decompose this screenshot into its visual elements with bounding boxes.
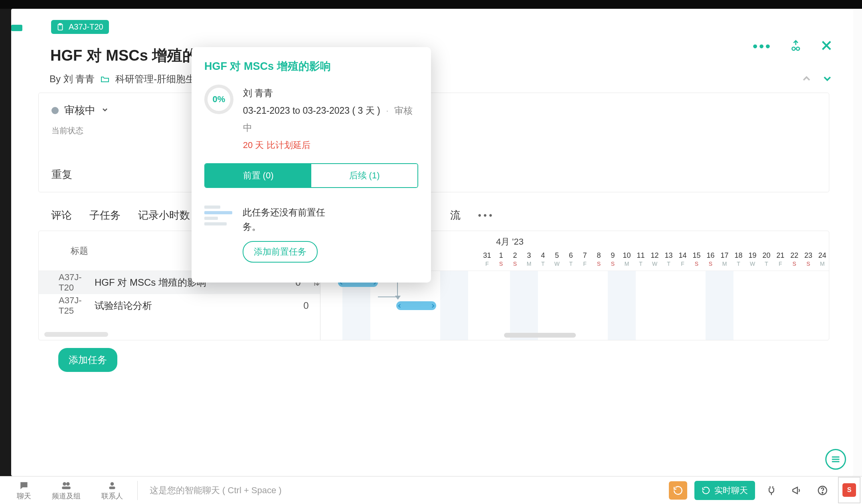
os-top-bar bbox=[0, 0, 862, 9]
svg-point-9 bbox=[66, 482, 70, 486]
tab-subtasks[interactable]: 子任务 bbox=[89, 208, 121, 222]
day-column: 21F bbox=[773, 248, 787, 271]
day-column: 15S bbox=[690, 248, 704, 271]
day-column: 13T bbox=[662, 248, 676, 271]
day-column: 24M bbox=[815, 248, 829, 271]
clipboard-icon bbox=[56, 23, 65, 32]
day-column: 6T bbox=[564, 248, 578, 271]
day-column: 5W bbox=[550, 248, 564, 271]
task-id-badge[interactable]: A37J-T20 bbox=[51, 20, 109, 34]
header-actions: ••• bbox=[753, 38, 833, 54]
add-task-button[interactable]: 添加任务 bbox=[58, 348, 117, 372]
day-column: 10M bbox=[620, 248, 634, 271]
bottom-tab-label: 频道及组 bbox=[52, 491, 81, 501]
person-icon bbox=[107, 480, 117, 491]
svg-point-4 bbox=[796, 47, 799, 50]
chevron-down-icon bbox=[101, 106, 109, 115]
tabs-more-icon[interactable]: ••• bbox=[478, 210, 494, 221]
row-title: 试验结论分析 bbox=[95, 299, 292, 312]
fab-menu-button[interactable] bbox=[825, 449, 846, 470]
bottom-tab-chat[interactable]: 聊天 bbox=[17, 480, 31, 501]
day-column: 4T bbox=[536, 248, 550, 271]
segment-successor[interactable]: 后续 (1) bbox=[311, 164, 417, 187]
bottom-tab-contacts[interactable]: 联系人 bbox=[101, 480, 123, 501]
tab-hours[interactable]: 记录小时数 bbox=[138, 208, 190, 222]
date-text: 03-21-2023 to 03-23-2023 ( 3 天 ) bbox=[243, 105, 380, 116]
day-column: 23S bbox=[801, 248, 815, 271]
input-placeholder: 这是您的智能聊天 ( Ctrl + Space ) bbox=[150, 484, 282, 496]
empty-state-icon bbox=[204, 206, 232, 228]
detail-tabs: 评论 子任务 记录小时数 流 ••• bbox=[51, 208, 190, 222]
status-sublabel: 当前状态 bbox=[51, 125, 816, 136]
bottom-tab-channels[interactable]: 频道及组 bbox=[52, 480, 81, 501]
popover-title: HGF 对 MSCs 增殖的影响 bbox=[204, 59, 418, 73]
status-dropdown[interactable]: 审核中 bbox=[51, 103, 816, 117]
tab-comments[interactable]: 评论 bbox=[51, 208, 72, 222]
panel-handle[interactable] bbox=[11, 25, 22, 31]
repeat-label[interactable]: 重复 bbox=[51, 168, 72, 182]
nav-arrows bbox=[801, 73, 833, 86]
day-column: 12W bbox=[648, 248, 662, 271]
day-column: 20T bbox=[759, 248, 773, 271]
svg-rect-10 bbox=[62, 486, 71, 489]
horizontal-scrollbar[interactable] bbox=[44, 332, 108, 337]
status-dot-icon bbox=[51, 107, 59, 114]
day-column: 1S bbox=[494, 248, 508, 271]
segment-predecessor[interactable]: 前置 (0) bbox=[205, 164, 311, 187]
horizontal-scrollbar[interactable] bbox=[504, 333, 576, 338]
status-label: 审核中 bbox=[64, 103, 95, 117]
day-column: 2S bbox=[508, 248, 522, 271]
bottom-tab-label: 聊天 bbox=[17, 491, 31, 501]
help-icon[interactable] bbox=[813, 481, 832, 500]
bottom-bar: 聊天 频道及组 联系人 这是您的智能聊天 ( Ctrl + Space ) 实时… bbox=[0, 476, 862, 504]
row-count: 0 bbox=[292, 300, 320, 311]
day-column: 14F bbox=[676, 248, 690, 271]
smart-chat-input[interactable]: 这是您的智能聊天 ( Ctrl + Space ) bbox=[137, 481, 660, 500]
day-column: 17M bbox=[718, 248, 732, 271]
task-id-text: A37J-T20 bbox=[69, 22, 103, 32]
day-column: 16S bbox=[704, 248, 718, 271]
day-column: 8S bbox=[592, 248, 606, 271]
byline: By 刘 青青 科研管理-肝细胞生长 bbox=[49, 73, 205, 85]
chevron-up-icon[interactable] bbox=[801, 73, 813, 86]
svg-point-8 bbox=[63, 482, 66, 486]
gantt-panel: 标题 A37J-T20 HGF 对 MSCs 增殖的影响 0 ⇅ A37J-T2… bbox=[38, 231, 829, 340]
row-id: A37J-T25 bbox=[39, 295, 95, 316]
month-label: 4月 '23 bbox=[496, 236, 524, 248]
ime-indicator[interactable]: S bbox=[838, 477, 860, 503]
svg-rect-12 bbox=[109, 486, 115, 489]
day-column: 3M bbox=[522, 248, 536, 271]
tab-stream[interactable]: 流 bbox=[450, 208, 461, 222]
gantt-bar[interactable] bbox=[396, 301, 436, 310]
empty-state-text: 此任务还没有前置任务。 bbox=[243, 206, 334, 234]
day-column: 9S bbox=[606, 248, 620, 271]
dependency-segment: 前置 (0) 后续 (1) bbox=[204, 163, 418, 188]
progress-donut: 0% bbox=[204, 85, 233, 114]
plug-icon[interactable] bbox=[762, 481, 781, 500]
day-column: 19W bbox=[745, 248, 759, 271]
table-row[interactable]: A37J-T25 试验结论分析 0 bbox=[39, 294, 320, 317]
close-icon[interactable] bbox=[820, 39, 833, 54]
author: By 刘 青青 bbox=[49, 73, 95, 85]
svg-point-3 bbox=[792, 47, 795, 50]
chevron-down-icon[interactable] bbox=[821, 73, 833, 86]
folder-icon bbox=[100, 74, 110, 84]
task-detail-panel: A37J-T20 HGF 对 MSCs 增殖的影响 By 刘 青青 科研管理-肝… bbox=[11, 9, 853, 476]
day-column: 22S bbox=[787, 248, 801, 271]
realtime-chat-button[interactable]: 实时聊天 bbox=[694, 481, 755, 500]
group-icon bbox=[60, 480, 72, 491]
delay-warning: 20 天 比计划延后 bbox=[243, 139, 418, 151]
share-icon[interactable] bbox=[789, 39, 802, 53]
progress-value: 0% bbox=[213, 94, 225, 105]
task-popover: HGF 对 MSCs 增殖的影响 0% 刘 青青 03-21-2023 to 0… bbox=[192, 47, 431, 283]
realtime-chat-label: 实时聊天 bbox=[714, 485, 748, 496]
megaphone-icon[interactable] bbox=[788, 481, 806, 500]
more-icon[interactable]: ••• bbox=[753, 38, 772, 54]
history-button[interactable] bbox=[669, 481, 687, 500]
day-column: 7F bbox=[578, 248, 592, 271]
status-card: 审核中 当前状态 重复 bbox=[38, 93, 829, 192]
svg-point-17 bbox=[822, 492, 823, 493]
svg-point-11 bbox=[111, 482, 114, 486]
chat-bubble-icon bbox=[19, 480, 29, 491]
add-predecessor-button[interactable]: 添加前置任务 bbox=[243, 241, 318, 263]
